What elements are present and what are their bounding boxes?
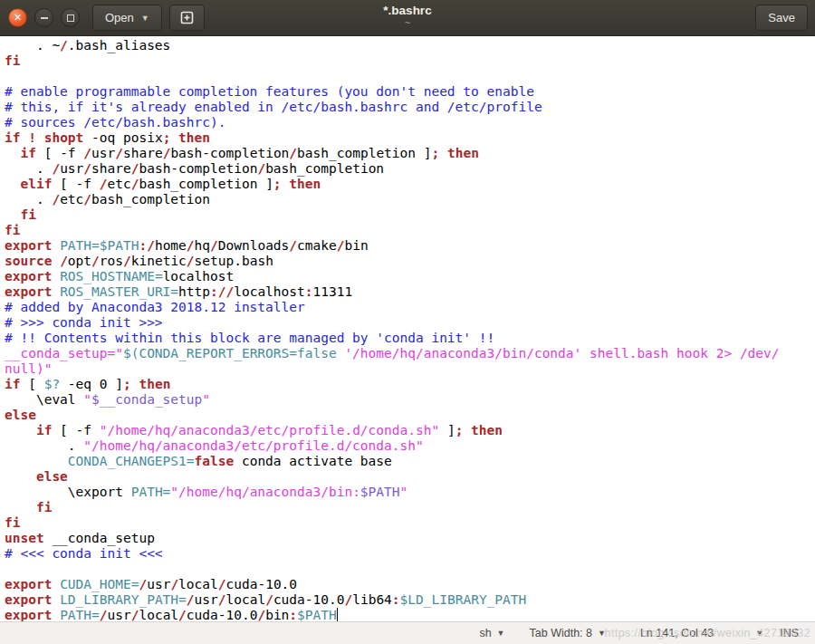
code-line: else <box>5 469 815 485</box>
code-line: # sources /etc/bash.bashrc). <box>5 115 815 130</box>
code-line: # enable programmable completion feature… <box>5 84 815 100</box>
close-button[interactable]: ✕ <box>8 8 27 27</box>
new-document-icon <box>179 10 195 25</box>
code-line: \eval "$__conda_setup" <box>5 392 815 408</box>
code-line <box>5 562 815 577</box>
text-editor[interactable]: . ~/.bash_aliasesfi# enable programmable… <box>0 36 815 621</box>
tab-width-label: Tab Width: 8 <box>530 627 592 639</box>
code-line: # >>> conda init >>> <box>5 315 815 331</box>
open-button-label: Open <box>105 11 134 24</box>
code-line: if [ -f "/home/hq/anaconda3/etc/profile.… <box>5 423 815 438</box>
code-line: fi <box>5 500 815 515</box>
code-line: . ~/.bash_aliases <box>5 38 815 53</box>
code-line: if [ -f /usr/share/bash-completion/bash_… <box>5 146 815 161</box>
save-button[interactable]: Save <box>755 5 808 31</box>
text-cursor <box>337 608 339 621</box>
language-label: sh <box>479 627 491 639</box>
status-bar: sh ▼ Tab Width: 8 ▼ Ln 141, Col 43 ▼ INS… <box>0 621 815 644</box>
insert-mode-indicator: INS <box>780 627 799 639</box>
header-bar: ✕ Open ▼ *.bashrc ~ Save <box>0 0 815 36</box>
maximize-icon <box>67 14 74 22</box>
code-line: if ! shopt -oq posix; then <box>5 130 815 146</box>
window-controls: ✕ <box>8 8 80 27</box>
insert-mode-text: INS <box>780 627 799 639</box>
code-line: else <box>5 408 815 423</box>
code-line: unset __conda_setup <box>5 531 815 546</box>
code-line: export PATH=/usr/local/cuda-10.0/bin:$PA… <box>5 608 815 621</box>
code-line: export PATH=$PATH:/home/hq/Downloads/cma… <box>5 238 815 254</box>
code-line: fi <box>5 53 815 69</box>
code-line <box>5 69 815 84</box>
line-col-text: Ln 141, Col 43 <box>640 627 714 639</box>
code-line: . "/home/hq/anaconda3/etc/profile.d/cond… <box>5 438 815 454</box>
status-dropdown[interactable]: ▼ <box>755 629 763 638</box>
minimize-button[interactable] <box>34 8 53 27</box>
code-line: # this, if it's already enabled in /etc/… <box>5 100 815 115</box>
code-line: # <<< conda init <<< <box>5 546 815 562</box>
code-line: elif [ -f /etc/bash_completion ]; then <box>5 177 815 192</box>
maximize-button[interactable] <box>61 8 80 27</box>
code-line: # added by Anaconda3 2018.12 installer <box>5 300 815 315</box>
open-button[interactable]: Open ▼ <box>92 5 162 31</box>
code-line: export LD_LIBRARY_PATH=/usr/local/cuda-1… <box>5 592 815 608</box>
tab-width-selector[interactable]: Tab Width: 8 ▼ <box>530 627 606 639</box>
code-line: export ROS_HOSTNAME=localhost <box>5 269 815 284</box>
new-document-button[interactable] <box>169 5 205 31</box>
code-line: fi <box>5 223 815 238</box>
language-selector[interactable]: sh ▼ <box>479 627 504 639</box>
chevron-down-icon: ▼ <box>141 14 149 23</box>
chevron-down-icon: ▼ <box>755 629 763 638</box>
code-line: fi <box>5 207 815 223</box>
code-line: source /opt/ros/kinetic/setup.bash <box>5 254 815 269</box>
code-line: . /etc/bash_completion <box>5 192 815 207</box>
code-line: # !! Contents within this block are mana… <box>5 331 815 346</box>
code-line: \export PATH="/home/hq/anaconda3/bin:$PA… <box>5 485 815 500</box>
save-button-label: Save <box>768 11 795 24</box>
code-line: if [ $? -eq 0 ]; then <box>5 377 815 392</box>
chevron-down-icon: ▼ <box>497 629 505 638</box>
code-line: . /usr/share/bash-completion/bash_comple… <box>5 161 815 177</box>
code-line: CONDA_CHANGEPS1=false conda activate bas… <box>5 454 815 469</box>
code-line: null)" <box>5 361 815 377</box>
code-line: export CUDA_HOME=/usr/local/cuda-10.0 <box>5 577 815 592</box>
code-line: __conda_setup="$(CONDA_REPORT_ERRORS=fal… <box>5 346 815 361</box>
chevron-down-icon: ▼ <box>598 629 606 638</box>
code-line: export ROS_MASTER_URI=http://localhost:1… <box>5 284 815 300</box>
code-line: fi <box>5 515 815 531</box>
close-icon: ✕ <box>14 13 22 23</box>
cursor-position-label: Ln 141, Col 43 <box>640 627 714 639</box>
minimize-icon <box>41 17 48 19</box>
